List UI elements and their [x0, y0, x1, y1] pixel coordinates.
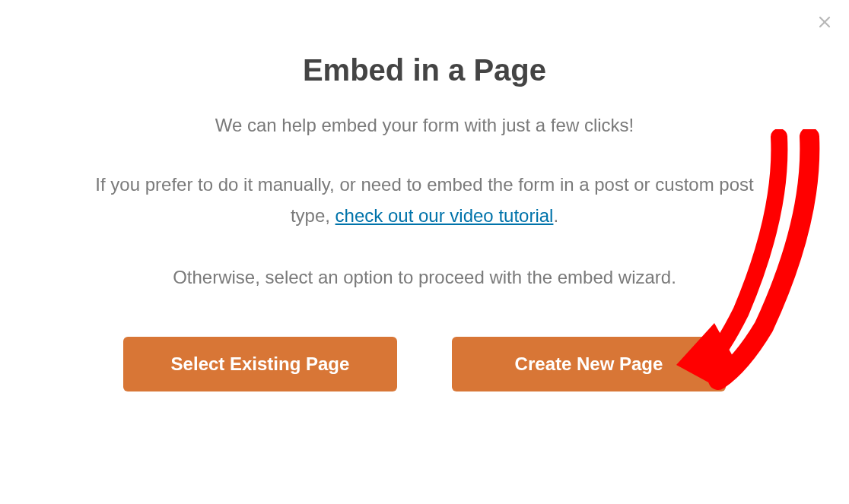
para-text-after: .: [553, 205, 558, 226]
embed-modal: Embed in a Page We can help embed your f…: [0, 0, 849, 437]
modal-paragraph-otherwise: Otherwise, select an option to proceed w…: [61, 262, 788, 293]
create-new-page-button[interactable]: Create New Page: [452, 337, 726, 391]
button-row: Select Existing Page Create New Page: [61, 337, 788, 391]
video-tutorial-link[interactable]: check out our video tutorial: [335, 205, 554, 226]
select-existing-page-button[interactable]: Select Existing Page: [123, 337, 397, 391]
modal-title: Embed in a Page: [61, 53, 788, 87]
close-button[interactable]: [816, 14, 834, 32]
close-icon: [818, 15, 832, 31]
modal-paragraph-manual: If you prefer to do it manually, or need…: [61, 170, 788, 232]
modal-subtitle: We can help embed your form with just a …: [61, 112, 788, 139]
